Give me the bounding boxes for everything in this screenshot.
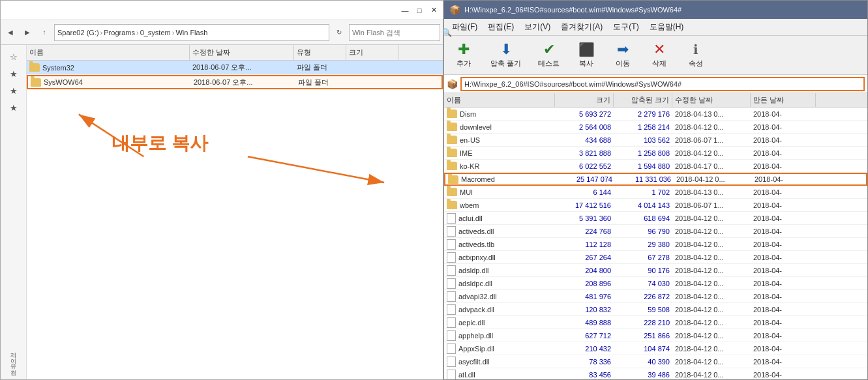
move-button[interactable]: ➡ 이동 [608,39,637,71]
right-file-row[interactable]: advpack.dll120 83259 5082018-04-12 0...2… [444,303,867,316]
right-menu-bar: 파일(F) 편집(E) 보기(V) 즐겨찾기(A) 도구(T) 도움말(H) [444,19,867,36]
right-csize-cell: 74 030 [614,277,672,289]
col-header-size[interactable]: 크기 [346,45,398,60]
right-file-row[interactable]: en-US434 688103 5622018-06-07 1...2018-0… [444,134,867,147]
properties-label: 속성 [689,59,703,68]
right-file-row[interactable]: Macromed25 147 07411 331 0362018-04-12 0… [444,173,867,186]
move-icon: ➡ [615,42,631,57]
right-cdate-cell: 2018-04- [751,264,816,276]
right-file-row[interactable]: aepic.dll489 888228 2102018-04-12 0...20… [444,316,867,329]
right-col-csize[interactable]: 압축된 크기 [614,93,672,107]
right-address-bar: 📦 [444,75,867,93]
right-mdate-cell: 2018-04-12 0... [672,121,751,133]
right-csize-cell: 226 872 [614,290,672,302]
right-col-name[interactable]: 이름 [444,93,555,107]
folder-icon [447,188,457,196]
right-file-row[interactable]: actxpnxy.dll267 26467 2782018-04-12 0...… [444,251,867,264]
right-cdate-cell: 2018-04- [751,160,816,172]
copy-button[interactable]: ⬛ 복사 [572,39,601,71]
right-toolbar: ✚ 추가 ⬇ 압축 풀기 ✔ 테스트 ⬛ 복사 ➡ 이동 ✕ 삭제 ℹ 속성 [444,36,867,75]
right-file-row[interactable]: Dism5 693 2722 279 1762018-04-13 0...201… [444,108,867,121]
right-file-row[interactable]: apphelp.dll627 712251 8662018-04-12 0...… [444,329,867,342]
sidebar-icon-star1[interactable]: ☆ [6,50,22,63]
extract-button[interactable]: ⬇ 압축 풀기 [486,39,526,71]
sidebar: ☆ ★ ★ ★ 제이유컴 [1,45,27,379]
right-csize-cell: 1 258 808 [614,147,672,159]
right-size-cell: 208 896 [555,277,614,289]
test-button[interactable]: ✔ 테스트 [533,39,564,71]
up-button[interactable]: ↑ [37,25,52,40]
right-csize-cell: 96 790 [614,225,672,237]
file-row[interactable]: System32 2018-06-07 오후... 파일 폴더 [27,61,443,75]
maximize-button[interactable]: □ [413,5,426,16]
col-header-type[interactable]: 유형 [294,45,346,60]
right-file-row[interactable]: adsldp.dll204 80090 1762018-04-12 0...20… [444,264,867,277]
sidebar-icon-star4[interactable]: ★ [6,101,22,114]
menu-view[interactable]: 보기(V) [519,19,556,35]
right-name-cell: advpack.dll [444,303,555,315]
right-csize-cell: 29 380 [614,238,672,250]
right-size-cell: 5 391 360 [555,212,614,224]
right-file-row[interactable]: activeds.tlb112 12829 3802018-04-12 0...… [444,238,867,251]
right-col-size[interactable]: 크기 [555,93,614,107]
close-button[interactable]: ✕ [427,5,440,16]
right-file-row[interactable]: wbem17 412 5164 014 1432018-06-07 1...20… [444,199,867,212]
right-file-row[interactable]: advapi32.dll481 976226 8722018-04-12 0..… [444,290,867,303]
breadcrumb-sep: › [100,29,103,37]
right-name-cell: atl.dll [444,368,555,379]
menu-tools[interactable]: 도구(T) [608,19,644,35]
right-col-mdate[interactable]: 수정한 날짜 [672,93,751,107]
file-row[interactable]: SysWOW64 2018-06-07 오후... 파일 폴더 [27,75,443,89]
refresh-button[interactable]: ↻ [332,25,346,40]
col-header-date[interactable]: 수정한 날짜 [190,45,294,60]
copy-label: 복사 [579,59,593,68]
right-name-cell: ko-KR [444,160,555,172]
properties-button[interactable]: ℹ 속성 [681,39,710,71]
delete-button[interactable]: ✕ 삭제 [645,39,674,71]
right-file-row[interactable]: asycfilt.dll78 33640 3902018-04-12 0...2… [444,355,867,368]
right-mdate-cell: 2018-04-12 0... [672,368,751,379]
menu-file[interactable]: 파일(F) [447,19,483,35]
right-file-row[interactable]: aclui.dll5 391 360618 6942018-04-12 0...… [444,212,867,225]
right-name-cell: advapi32.dll [444,290,555,302]
right-name-cell: wbem [444,199,555,211]
col-header-name[interactable]: 이름 [27,45,190,60]
right-file-row[interactable]: AppxSip.dll210 432104 8742018-04-12 0...… [444,342,867,355]
right-cdate-cell: 2018-04- [751,368,816,379]
forward-button[interactable]: ▶ [20,25,35,40]
right-file-row[interactable]: downlevel2 564 0081 258 2142018-04-12 0.… [444,121,867,134]
right-file-row[interactable]: atl.dll83 45639 4862018-04-12 0...2018-0… [444,368,867,379]
file-icon [447,357,456,367]
right-mdate-cell: 2018-04-13 0... [672,108,751,120]
right-mdate-cell: 2018-04-12 0... [672,290,751,302]
right-csize-cell: 1 258 214 [614,121,672,133]
menu-help[interactable]: 도움말(H) [644,19,689,35]
right-file-row[interactable]: adsldpc.dll208 89674 0302018-04-12 0...2… [444,277,867,290]
menu-edit[interactable]: 편집(E) [483,19,519,35]
right-file-row[interactable]: IME3 821 8881 258 8082018-04-12 0...2018… [444,147,867,160]
right-csize-cell: 1 702 [614,186,672,198]
right-name-cell: activeds.dll [444,225,555,237]
right-address-input[interactable] [460,77,865,91]
sidebar-icon-star2[interactable]: ★ [6,67,22,80]
search-input[interactable] [352,29,442,37]
file-size-cell [346,61,398,74]
right-name-cell: activeds.tlb [444,238,555,250]
back-button[interactable]: ◀ [3,25,18,40]
breadcrumb[interactable]: Spare02 (G:) › Programs › 0_system › Win… [54,24,329,41]
right-file-row[interactable]: ko-KR6 022 5521 594 8802018-04-17 0...20… [444,160,867,173]
right-file-row[interactable]: activeds.dll224 76896 7902018-04-12 0...… [444,225,867,238]
sidebar-icon-star3[interactable]: ★ [6,84,22,97]
right-size-cell: 120 832 [555,303,614,315]
copy-icon: ⬛ [578,42,594,57]
minimize-button[interactable]: — [398,5,412,16]
file-size-cell [348,76,400,88]
add-label: 추가 [456,59,471,68]
menu-favorites[interactable]: 즐겨찾기(A) [556,19,608,35]
right-file-list: Dism5 693 2722 279 1762018-04-13 0...201… [444,108,867,379]
right-file-row[interactable]: MUI6 1441 7022018-04-13 0...2018-04- [444,186,867,199]
add-button[interactable]: ✚ 추가 [449,39,478,71]
right-size-cell: 17 412 516 [555,199,614,211]
right-col-cdate[interactable]: 만든 날짜 [751,93,816,107]
right-size-cell: 5 693 272 [555,108,614,120]
